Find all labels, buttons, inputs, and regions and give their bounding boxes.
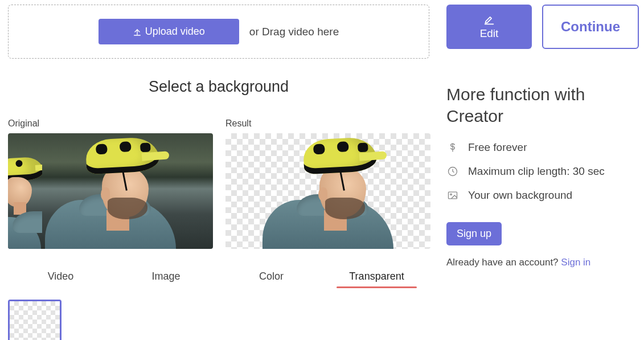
tab-color[interactable]: Color xyxy=(219,266,324,287)
continue-button[interactable]: Continue xyxy=(542,5,639,49)
svg-point-2 xyxy=(450,194,452,195)
background-tabs: Video Image Color Transparent xyxy=(8,266,429,287)
existing-account-line: Already have an account? Sign in xyxy=(446,257,636,268)
edit-icon xyxy=(482,14,497,25)
tab-video[interactable]: Video xyxy=(8,266,113,287)
select-background-title: Select a background xyxy=(8,78,429,96)
feature-own-bg: Your own background xyxy=(446,189,636,202)
result-preview xyxy=(225,133,430,249)
edit-label: Edit xyxy=(480,27,499,40)
feature-length: Maximum clip length: 30 sec xyxy=(446,165,636,178)
tab-transparent[interactable]: Transparent xyxy=(324,266,429,287)
dollar-icon xyxy=(446,141,459,154)
drag-hint: or Drag video here xyxy=(249,26,339,38)
original-label: Original xyxy=(8,118,213,129)
transparent-swatch-fill xyxy=(10,301,60,340)
more-with-creator-title: More function with Creator xyxy=(446,84,636,126)
upload-video-button[interactable]: Upload video xyxy=(99,19,239,44)
upload-dropzone[interactable]: Upload video or Drag video here xyxy=(8,5,429,59)
signup-button[interactable]: Sign up xyxy=(446,222,502,245)
clock-icon xyxy=(446,165,459,178)
upload-icon xyxy=(133,27,142,36)
upload-video-label: Upload video xyxy=(145,26,205,38)
already-text: Already have an account? xyxy=(446,257,561,268)
edit-button[interactable]: Edit xyxy=(446,5,532,49)
result-label: Result xyxy=(225,118,430,129)
feature-free-text: Free forever xyxy=(468,141,527,154)
tab-image[interactable]: Image xyxy=(113,266,219,287)
feature-own-bg-text: Your own background xyxy=(468,189,572,202)
swatch-transparent[interactable] xyxy=(8,300,61,340)
feature-free: Free forever xyxy=(446,141,636,154)
feature-length-text: Maximum clip length: 30 sec xyxy=(468,165,605,178)
signin-link[interactable]: Sign in xyxy=(561,257,590,268)
original-preview xyxy=(8,133,213,249)
image-icon xyxy=(446,189,459,202)
